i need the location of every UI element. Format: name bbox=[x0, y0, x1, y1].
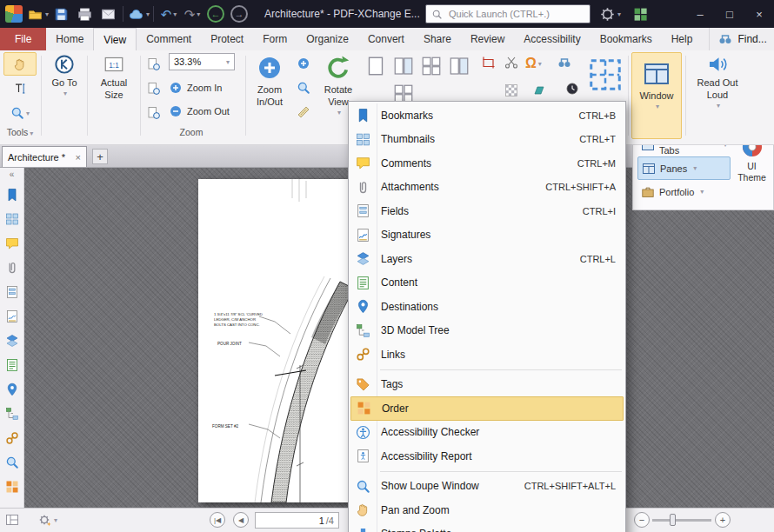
tools-group-label[interactable]: Tools bbox=[0, 127, 40, 137]
menu-item-show-loupe-window[interactable]: Show Loupe Window CTRL+SHIFT+ALT+L bbox=[350, 475, 624, 499]
measure-area-button[interactable] bbox=[530, 83, 548, 101]
quick-launch-box[interactable] bbox=[425, 4, 591, 23]
tab-help[interactable]: Help bbox=[662, 28, 703, 50]
zoom-out-button[interactable]: Zoom Out bbox=[169, 101, 244, 122]
search-tool-button[interactable] bbox=[555, 56, 574, 73]
content-pane-icon[interactable] bbox=[5, 358, 19, 372]
pdf-page[interactable]: 1 3/4"x11 7/8" SCL 'CURVED LEDGER, C/W A… bbox=[198, 179, 364, 502]
menu-item-order[interactable]: Order bbox=[350, 396, 624, 421]
menu-item-fields[interactable]: Fields CTRL+I bbox=[350, 199, 624, 223]
menu-item-content[interactable]: Content bbox=[350, 271, 624, 296]
tab-organize[interactable]: Organize bbox=[297, 28, 358, 50]
menu-item-stamps-palette[interactable]: Stamps Palette bbox=[350, 522, 624, 532]
layout-toggle-button[interactable] bbox=[5, 513, 19, 527]
document-tab[interactable]: Architecture * × bbox=[2, 146, 87, 167]
tab-close-icon[interactable]: × bbox=[76, 152, 81, 163]
menu-item-pan-and-zoom[interactable]: Pan and Zoom bbox=[350, 498, 624, 522]
bookmarks-pane-icon[interactable] bbox=[5, 188, 19, 202]
tab-form[interactable]: Form bbox=[253, 28, 297, 50]
panes-button[interactable]: Panes bbox=[637, 156, 731, 180]
loupe-tool-button[interactable]: Ω bbox=[525, 54, 548, 73]
print-button[interactable] bbox=[76, 5, 93, 23]
grid-page-button[interactable] bbox=[421, 56, 442, 76]
fields-pane-icon[interactable] bbox=[5, 285, 19, 299]
close-button[interactable]: × bbox=[744, 0, 774, 28]
tab-comment[interactable]: Comment bbox=[137, 28, 201, 50]
model-tree-pane-icon[interactable] bbox=[5, 407, 19, 421]
zoom-in-status-button[interactable]: + bbox=[715, 512, 731, 528]
maximize-button[interactable]: □ bbox=[715, 0, 744, 28]
menu-item-attachments[interactable]: Attachments CTRL+SHIFT+A bbox=[350, 176, 624, 200]
layers-pane-icon[interactable] bbox=[5, 334, 19, 348]
menu-item-bookmarks[interactable]: Bookmarks CTRL+B bbox=[350, 103, 624, 128]
first-page-button[interactable]: |◀ bbox=[210, 512, 225, 528]
timer-button[interactable] bbox=[564, 82, 581, 99]
tab-accessibility[interactable]: Accessibility bbox=[514, 28, 590, 50]
read-out-loud-button[interactable]: Read Out Loud bbox=[689, 54, 746, 139]
quick-launch-input[interactable] bbox=[447, 8, 572, 20]
zoom-out-status-button[interactable]: − bbox=[634, 512, 650, 528]
menu-item-comments[interactable]: Comments CTRL+M bbox=[350, 151, 624, 176]
history-back-button[interactable]: ← bbox=[207, 5, 224, 23]
menu-item-tags[interactable]: Tags bbox=[350, 373, 624, 397]
links-pane-icon[interactable] bbox=[5, 431, 19, 445]
zoom-page-fit-button[interactable] bbox=[143, 77, 165, 100]
find-control[interactable]: Find... bbox=[709, 28, 766, 50]
cloud-button[interactable] bbox=[130, 5, 147, 23]
tab-view[interactable]: View bbox=[93, 28, 137, 50]
menu-item-accessibility-checker[interactable]: Accessibility Checker bbox=[350, 421, 624, 445]
tab-share[interactable]: Share bbox=[414, 28, 461, 50]
open-file-button[interactable] bbox=[29, 5, 46, 23]
page-number-box[interactable]: 1 /4 bbox=[255, 512, 339, 529]
window-button[interactable]: Window bbox=[631, 52, 682, 139]
destinations-pane-icon[interactable] bbox=[5, 382, 19, 396]
save-button[interactable] bbox=[52, 5, 70, 23]
menu-item-layers[interactable]: Layers CTRL+L bbox=[350, 247, 624, 271]
continuous-page-button[interactable] bbox=[449, 56, 470, 76]
thumbnails-pane-icon[interactable] bbox=[5, 212, 19, 226]
two-page-button[interactable] bbox=[393, 56, 414, 76]
tab-convert[interactable]: Convert bbox=[358, 28, 414, 50]
redo-button[interactable]: ↷ bbox=[183, 5, 201, 23]
email-button[interactable] bbox=[99, 5, 117, 23]
tab-file[interactable]: File bbox=[0, 28, 46, 50]
single-page-button[interactable] bbox=[365, 56, 386, 76]
zoom-in-out-button[interactable]: Zoom In/Out bbox=[248, 54, 291, 139]
tab-home[interactable]: Home bbox=[46, 28, 93, 50]
comments-pane-icon[interactable] bbox=[5, 236, 19, 250]
zoom-level-combobox[interactable]: 33.3% bbox=[169, 53, 235, 70]
zoom-page-in-button[interactable] bbox=[143, 53, 165, 76]
previous-page-button[interactable]: ◀ bbox=[233, 512, 249, 528]
measure-button[interactable] bbox=[293, 102, 314, 123]
tab-review[interactable]: Review bbox=[461, 28, 514, 50]
zoom-tool-button[interactable] bbox=[3, 102, 37, 124]
menu-item-thumbnails[interactable]: Thumbnails CTRL+T bbox=[350, 128, 624, 152]
transparency-grid-button[interactable] bbox=[503, 83, 520, 101]
undo-button[interactable]: ↶ bbox=[160, 5, 177, 23]
zoom-slider-track[interactable] bbox=[652, 519, 711, 522]
status-settings-button[interactable] bbox=[38, 513, 57, 527]
loupe-pane-icon[interactable] bbox=[5, 456, 19, 469]
attachments-pane-icon[interactable] bbox=[5, 261, 19, 275]
crop-view-button[interactable] bbox=[480, 56, 497, 73]
new-tab-button[interactable]: + bbox=[92, 149, 108, 164]
zoom-in-button[interactable]: Zoom In bbox=[169, 77, 244, 98]
settings-button[interactable] bbox=[598, 5, 621, 23]
go-to-button[interactable]: Go To bbox=[43, 54, 85, 139]
collapse-sidebar-button[interactable] bbox=[10, 170, 15, 179]
order-pane-icon[interactable] bbox=[5, 480, 19, 494]
signatures-pane-icon[interactable] bbox=[5, 309, 19, 323]
menu-item-destinations[interactable]: Destinations bbox=[350, 295, 624, 319]
tab-bookmarks[interactable]: Bookmarks bbox=[591, 28, 662, 50]
menu-item-accessibility-report[interactable]: Accessibility Report bbox=[350, 444, 624, 469]
hand-tool-button[interactable] bbox=[3, 52, 37, 76]
snapshot-button[interactable] bbox=[503, 56, 520, 73]
select-text-tool-button[interactable] bbox=[3, 77, 37, 100]
portfolio-button[interactable]: Portfolio bbox=[637, 180, 731, 203]
menu-item-signatures[interactable]: Signatures bbox=[350, 223, 624, 248]
minimize-button[interactable]: – bbox=[685, 0, 715, 28]
menu-item-3d-model-tree[interactable]: 3D Model Tree bbox=[350, 319, 624, 343]
zoom-slider-handle[interactable] bbox=[670, 514, 676, 526]
tab-protect[interactable]: Protect bbox=[201, 28, 253, 50]
history-forward-button[interactable]: → bbox=[230, 5, 248, 23]
